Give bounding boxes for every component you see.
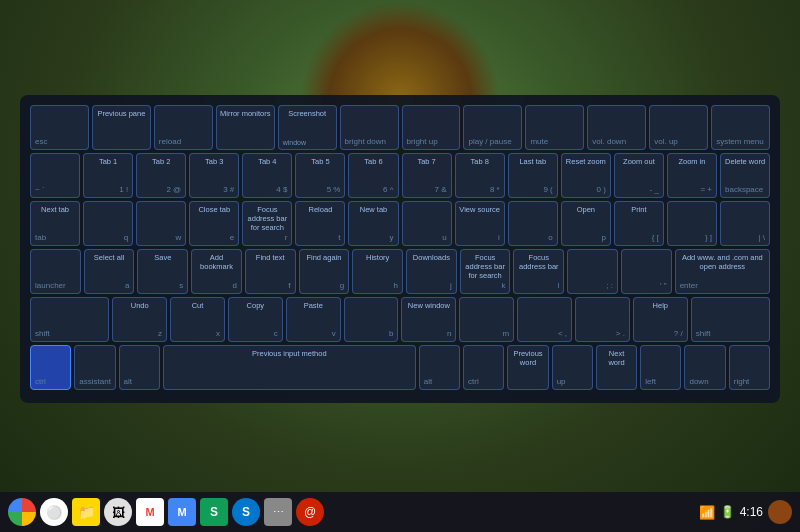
key-up[interactable]: up [552, 345, 593, 390]
key-period[interactable]: > . [575, 297, 630, 342]
keyboard-row-asdf: launcher Select all a Save s Add bookmar… [30, 249, 770, 294]
key-r[interactable]: Focus address bar for search r [242, 201, 292, 246]
key-slash[interactable]: Help ? / [633, 297, 688, 342]
taskbar-icon-red[interactable]: @ [296, 498, 324, 526]
user-avatar[interactable] [768, 500, 792, 524]
key-backslash[interactable]: | \ [720, 201, 770, 246]
key-m[interactable]: m [459, 297, 514, 342]
key-b[interactable]: b [344, 297, 399, 342]
key-t[interactable]: Reload t [295, 201, 345, 246]
key-v[interactable]: Paste v [286, 297, 341, 342]
taskbar-icon-search[interactable]: ⚪ [40, 498, 68, 526]
key-bright-up[interactable]: bright up [402, 105, 461, 150]
key-enter[interactable]: Add www. and .com and open address enter [675, 249, 770, 294]
key-ctrl-right[interactable]: ctrl [463, 345, 504, 390]
key-9[interactable]: Last tab 9 ( [508, 153, 558, 198]
key-e[interactable]: Close tab e [189, 201, 239, 246]
key-down[interactable]: down [684, 345, 725, 390]
key-assistant[interactable]: assistant [74, 345, 115, 390]
taskbar-icon-chrome[interactable] [8, 498, 36, 526]
keyboard-overlay: esc Previous pane reload Mirror monitors… [20, 95, 780, 403]
key-x[interactable]: Cut x [170, 297, 225, 342]
key-bright-down[interactable]: bright down [340, 105, 399, 150]
key-launcher[interactable]: launcher [30, 249, 81, 294]
key-w[interactable]: w [136, 201, 186, 246]
key-8[interactable]: Tab 8 8 * [455, 153, 505, 198]
key-next-word[interactable]: Next word [596, 345, 637, 390]
key-k[interactable]: Focus address bar for search k [460, 249, 511, 294]
key-shift-left[interactable]: shift [30, 297, 109, 342]
key-space[interactable]: Previous input method [163, 345, 416, 390]
key-y[interactable]: New tab y [348, 201, 398, 246]
taskbar-icon-gmail[interactable]: M [136, 498, 164, 526]
system-tray: 📶 🔋 4:16 [699, 500, 792, 524]
key-a[interactable]: Select all a [84, 249, 135, 294]
key-5[interactable]: Tab 5 5 % [295, 153, 345, 198]
key-p[interactable]: Open p [561, 201, 611, 246]
key-quote[interactable]: ' " [621, 249, 672, 294]
key-i[interactable]: View source i [455, 201, 505, 246]
key-s[interactable]: Save s [137, 249, 188, 294]
key-right[interactable]: right [729, 345, 770, 390]
taskbar-icon-media[interactable]: M [168, 498, 196, 526]
taskbar-icon-files[interactable]: 📁 [72, 498, 100, 526]
key-3[interactable]: Tab 3 3 # [189, 153, 239, 198]
keyboard-row-zxcv: shift Undo z Cut x Copy c Paste v b New … [30, 297, 770, 342]
key-l[interactable]: Focus address bar l [513, 249, 564, 294]
key-prev-pane[interactable]: Previous pane [92, 105, 151, 150]
key-tab[interactable]: Next tab tab [30, 201, 80, 246]
key-d[interactable]: Add bookmark d [191, 249, 242, 294]
key-n[interactable]: New window n [401, 297, 456, 342]
key-0[interactable]: Reset zoom 0 ) [561, 153, 611, 198]
key-f[interactable]: Find text f [245, 249, 296, 294]
key-j[interactable]: Downloads j [406, 249, 457, 294]
key-screenshot[interactable]: Screenshot window [278, 105, 337, 150]
taskbar-icons: ⚪ 📁 🖼 M M S S ⋯ @ [8, 498, 699, 526]
key-bracket-left[interactable]: Print { [ [614, 201, 664, 246]
key-reload[interactable]: reload [154, 105, 213, 150]
key-backspace[interactable]: Delete word backspace [720, 153, 770, 198]
clock: 4:16 [740, 505, 763, 519]
key-q[interactable]: q [83, 201, 133, 246]
key-2[interactable]: Tab 2 2 @ [136, 153, 186, 198]
key-6[interactable]: Tab 6 6 ^ [348, 153, 398, 198]
key-minus[interactable]: Zoom out - _ [614, 153, 664, 198]
key-equals[interactable]: Zoom in = + [667, 153, 717, 198]
taskbar-icon-sheets[interactable]: S [200, 498, 228, 526]
key-semicolon[interactable]: ; : [567, 249, 618, 294]
keyboard-row-numbers: ~ ` Tab 1 1 ! Tab 2 2 @ Tab 3 3 # Tab 4 … [30, 153, 770, 198]
key-mute[interactable]: mute [525, 105, 584, 150]
key-1[interactable]: Tab 1 1 ! [83, 153, 133, 198]
key-left[interactable]: left [640, 345, 681, 390]
key-h[interactable]: History h [352, 249, 403, 294]
keyboard-row-fn: esc Previous pane reload Mirror monitors… [30, 105, 770, 150]
key-prev-word[interactable]: Previous word [507, 345, 548, 390]
wifi-icon: 📶 [699, 505, 715, 520]
key-shift-right[interactable]: shift [691, 297, 770, 342]
key-mirror[interactable]: Mirror monitors [216, 105, 275, 150]
key-g[interactable]: Find again g [299, 249, 350, 294]
keyboard-row-bottom: ctrl assistant alt Previous input method… [30, 345, 770, 390]
keyboard-row-qwerty: Next tab tab q w Close tab e Focus addre… [30, 201, 770, 246]
key-play-pause[interactable]: play / pause [463, 105, 522, 150]
taskbar-icon-photos[interactable]: 🖼 [104, 498, 132, 526]
taskbar-icon-s-blue[interactable]: S [232, 498, 260, 526]
key-u[interactable]: u [402, 201, 452, 246]
key-4[interactable]: Tab 4 4 $ [242, 153, 292, 198]
key-tilde[interactable]: ~ ` [30, 153, 80, 198]
key-system-menu[interactable]: system menu [711, 105, 770, 150]
taskbar: ⚪ 📁 🖼 M M S S ⋯ @ 📶 🔋 4:16 [0, 492, 800, 532]
key-7[interactable]: Tab 7 7 & [402, 153, 452, 198]
key-ctrl-left[interactable]: ctrl [30, 345, 71, 390]
key-vol-up[interactable]: vol. up [649, 105, 708, 150]
key-alt-right[interactable]: alt [419, 345, 460, 390]
key-vol-down[interactable]: vol. down [587, 105, 646, 150]
key-z[interactable]: Undo z [112, 297, 167, 342]
taskbar-icon-apps[interactable]: ⋯ [264, 498, 292, 526]
key-c[interactable]: Copy c [228, 297, 283, 342]
key-esc[interactable]: esc [30, 105, 89, 150]
key-o[interactable]: o [508, 201, 558, 246]
key-comma[interactable]: < , [517, 297, 572, 342]
key-alt-left[interactable]: alt [119, 345, 160, 390]
key-bracket-right[interactable]: } ] [667, 201, 717, 246]
